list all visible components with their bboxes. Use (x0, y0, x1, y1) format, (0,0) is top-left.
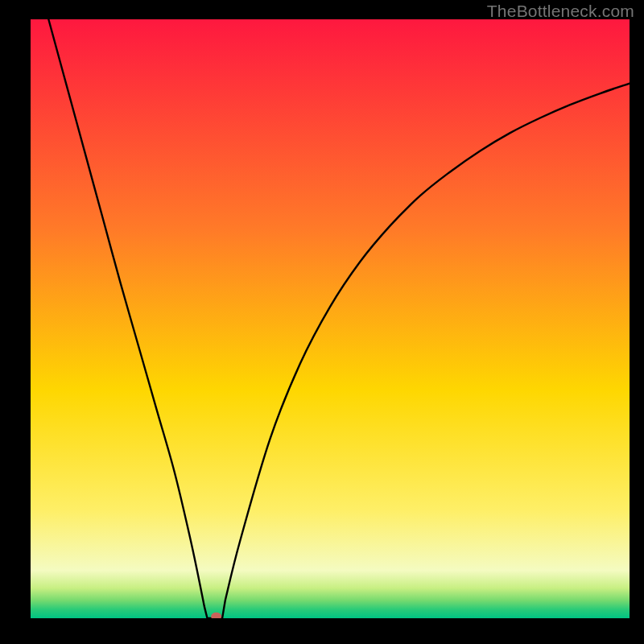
watermark-text: TheBottleneck.com (487, 2, 634, 21)
plot-frame (31, 19, 630, 618)
bottleneck-chart (31, 19, 630, 618)
gradient-background (31, 19, 630, 618)
